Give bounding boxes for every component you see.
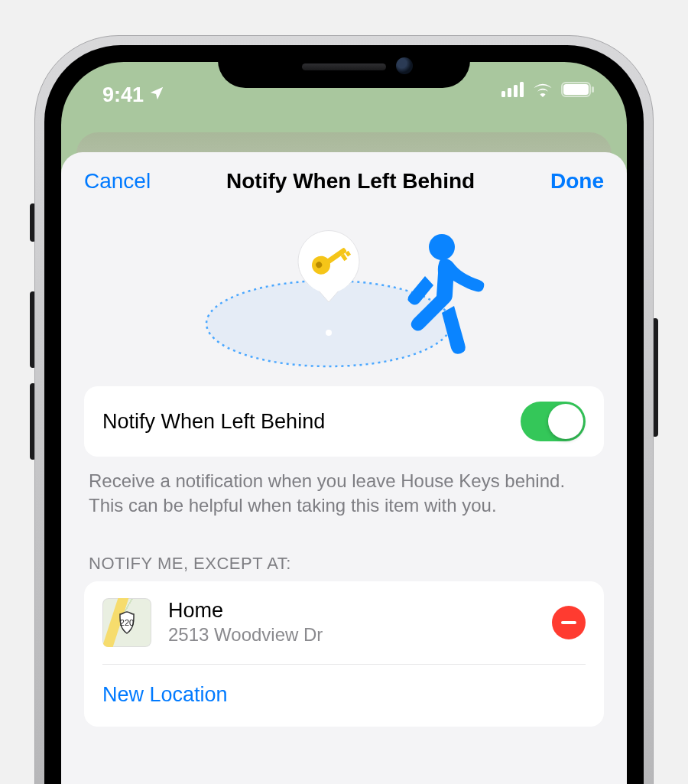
phone-screen: 9:41 xyxy=(61,62,627,784)
svg-point-15 xyxy=(429,234,455,260)
earpiece-speaker xyxy=(302,63,386,70)
notify-toggle-label: Notify When Left Behind xyxy=(102,410,325,434)
minus-icon xyxy=(561,621,576,624)
svg-rect-2 xyxy=(514,85,518,97)
left-behind-illustration xyxy=(84,210,604,386)
front-camera xyxy=(396,57,413,74)
sheet-header: Cancel Notify When Left Behind Done xyxy=(84,152,604,210)
remove-exception-button[interactable] xyxy=(552,606,586,639)
cancel-button[interactable]: Cancel xyxy=(84,169,151,194)
new-location-button[interactable]: New Location xyxy=(102,683,228,707)
notify-left-behind-sheet: Cancel Notify When Left Behind Done xyxy=(61,152,627,784)
svg-text:220: 220 xyxy=(120,618,134,627)
notify-toggle-card: Notify When Left Behind xyxy=(84,386,604,457)
svg-rect-3 xyxy=(520,82,524,97)
svg-rect-0 xyxy=(501,91,505,97)
battery-icon xyxy=(561,82,595,100)
statusbar-time: 9:41 xyxy=(102,83,144,107)
display-notch xyxy=(218,45,470,88)
iphone-device-frame: 9:41 xyxy=(34,35,654,784)
svg-rect-6 xyxy=(592,86,594,93)
exception-address: 2513 Woodview Dr xyxy=(168,624,535,646)
notify-toggle-switch[interactable] xyxy=(521,402,586,441)
exception-name: Home xyxy=(168,599,535,623)
done-button[interactable]: Done xyxy=(550,169,604,194)
map-thumbnail-icon: 220 xyxy=(102,598,151,647)
sheet-title: Notify When Left Behind xyxy=(226,169,475,194)
svg-rect-5 xyxy=(563,84,589,95)
wifi-icon xyxy=(532,82,553,100)
cellular-signal-icon xyxy=(501,82,524,100)
location-services-icon xyxy=(148,83,165,107)
exceptions-card: 220 Home 2513 Woodview Dr xyxy=(84,581,604,727)
except-at-section-header: NOTIFY ME, EXCEPT AT: xyxy=(84,554,604,581)
exception-row-home[interactable]: 220 Home 2513 Woodview Dr xyxy=(102,581,586,665)
svg-point-8 xyxy=(326,330,332,336)
notify-description: Receive a notification when you leave Ho… xyxy=(84,469,604,519)
notify-toggle-row[interactable]: Notify When Left Behind xyxy=(102,386,586,457)
svg-rect-1 xyxy=(508,88,511,97)
